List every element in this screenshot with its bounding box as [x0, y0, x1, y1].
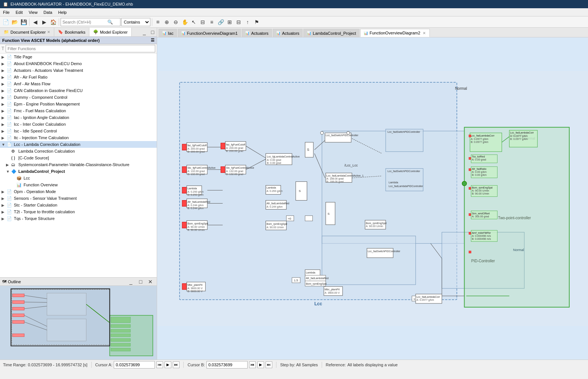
tree-item-lambda-correction[interactable]: ⚙ Lambda Correction Calculation — [0, 148, 157, 155]
cursor-b-prev-btn[interactable]: ⏮ — [249, 361, 256, 368]
tree-item-structure[interactable]: ▶ 🗂 Systemconstant-Parameter-Variable-Cl… — [0, 161, 157, 168]
panel-tab-model-explorer[interactable]: 🌳 Model Explorer — [89, 28, 132, 36]
tree-item-afr[interactable]: ▶ 📄 Afr - Air Fuel Ratio — [0, 74, 157, 80]
toolbar-new-btn[interactable]: 📄 — [1, 18, 10, 26]
outline-restore-btn[interactable]: □ — [137, 278, 145, 286]
function-view-menu-icon[interactable]: ☰ — [151, 38, 154, 43]
toolbar-filter-btn[interactable]: ≡ — [208, 18, 216, 26]
cursor-a-next-btn[interactable]: ⏭ — [173, 361, 180, 368]
tree-item-lcc-child[interactable]: 📦 Lcc — [0, 175, 157, 181]
svg-text:A: 0.293 g/km: A: 0.293 g/km — [267, 190, 283, 193]
svg-text:B: 90.00 U/min: B: 90.00 U/min — [472, 192, 489, 195]
menu-file[interactable]: File — [0, 9, 13, 15]
svg-rect-152 — [469, 251, 471, 253]
tree-item-about[interactable]: ▶ 📄 About EHANDBOOK FlexECU Demo — [0, 60, 157, 67]
toolbar-zoom-fit-btn[interactable]: ⊞ — [154, 18, 162, 26]
toolbar-cursor-btn[interactable]: ↑ — [244, 18, 252, 26]
menu-help[interactable]: Help — [55, 9, 70, 15]
item-label: Function Overview — [24, 183, 58, 187]
toolbar-back-btn[interactable]: ◀ — [31, 18, 39, 26]
tree-item-opm[interactable]: ▶ 📄 Opm - Operation Mode — [0, 188, 157, 195]
filter-input[interactable] — [6, 45, 155, 52]
cursor-a-prev-btn[interactable]: ⏮ — [156, 361, 163, 368]
tree-item-can[interactable]: ▶ 📄 CAN Calibration in Gasoline FlexECU — [0, 87, 157, 94]
doc-icon: 📄 — [7, 55, 13, 59]
tree-item-ccode[interactable]: { } [C-Code Source] — [0, 155, 157, 161]
doc-icon: 📄 — [7, 61, 13, 66]
tree-item-amf[interactable]: ▶ 📄 Amf - Air Mass Flow — [0, 80, 157, 87]
doc-icon: 📄 — [7, 82, 13, 86]
tree-item-fmc[interactable]: ▶ 📄 Fmc - Fuel Mass Calculation — [0, 107, 157, 114]
toolbar-layout-btn[interactable]: ⊟ — [199, 18, 207, 26]
toolbar-forward-btn[interactable]: ▶ — [40, 18, 48, 26]
menu-data[interactable]: Data — [40, 9, 55, 15]
toolbar-collapse-btn[interactable]: ⊟ — [235, 18, 243, 26]
tree-item-title-page[interactable]: ▶ 📄 Title Page — [0, 54, 157, 60]
tab-close-btn[interactable]: ✕ — [422, 31, 426, 35]
contains-dropdown[interactable]: Contains Starts with Exact — [121, 18, 150, 26]
tree-item-tqs[interactable]: ▶ 📄 Tqs - Torque Structure — [0, 215, 157, 222]
menu-view[interactable]: View — [26, 9, 41, 15]
tree-item-actuators[interactable]: ▶ 📄 Actuators - Actuators Value Treatmen… — [0, 67, 157, 74]
tree-item-lcc[interactable]: ▼ 📄 Lcc - Lambda Correction Calculation — [0, 141, 157, 148]
svg-rect-85 — [296, 181, 307, 200]
svg-rect-44 — [182, 187, 187, 193]
diagram-content[interactable]: Lcc Normal PID-Controller Two-point-cont… — [157, 37, 588, 360]
tree-item-dummy[interactable]: ▶ 📄 Dummy - Component Control — [0, 94, 157, 101]
tree-item-sensors[interactable]: ▶ 📄 Sensors - Sensor Value Treatment — [0, 195, 157, 202]
tab-iac[interactable]: 📊 Iac — [159, 29, 177, 37]
tab-actuators-2[interactable]: 📊 Actuators — [273, 29, 303, 37]
item-label: Lambda Correction Calculation — [18, 149, 75, 153]
expand-icon: ▶ — [1, 136, 7, 140]
svg-rect-30 — [322, 236, 416, 285]
panel-tab-document-explorer[interactable]: 📁 Document Explorer ✕ — [0, 28, 54, 36]
tree-item-iac[interactable]: ▶ 📄 Iac - Ignition Angle Calculation — [0, 114, 157, 121]
toolbar-expand-btn[interactable]: ⊞ — [226, 18, 234, 26]
toolbar-zoom-in-btn[interactable]: ⊕ — [163, 18, 171, 26]
tree-item-icc[interactable]: ▶ 📄 Icc - Inter Cooler Calculation — [0, 121, 157, 128]
toolbar-save-btn[interactable]: 💾 — [19, 18, 28, 26]
outline-minimize-btn[interactable]: _ — [127, 278, 135, 286]
diagram-panel[interactable]: 📊 Iac 📊 FunctionOverviewDiagram1 📊 Actua… — [157, 28, 588, 360]
cursor-b-play-btn[interactable]: ▶ — [257, 361, 264, 368]
svg-text:A: 0.00 grad: A: 0.00 grad — [267, 159, 281, 162]
time-range-value: 0.032573699 - 16.999574732 [s] — [28, 363, 88, 367]
cursor-a-play-btn[interactable]: ▶ — [165, 361, 171, 368]
tab-function-overview-1[interactable]: 📊 FunctionOverviewDiagram1 — [178, 29, 241, 37]
tab-lambda-project[interactable]: 📊 LambdaControl_Project — [303, 29, 359, 37]
search-input[interactable] — [62, 20, 107, 24]
panel-restore-btn[interactable]: □ — [148, 28, 157, 36]
tree-item-t2t[interactable]: ▶ 📄 T2t - Torque to throttle calculation — [0, 208, 157, 215]
tree-item-epm[interactable]: ▶ 📄 Epm - Engine Position Management — [0, 101, 157, 107]
cursor-b-next-btn[interactable]: ⏭ — [266, 361, 272, 368]
cursor-b-input[interactable] — [206, 361, 248, 369]
tree-item-lambda-project[interactable]: ▼ 🔷 LambdaControl_Project — [0, 168, 157, 175]
tree-item-function-overview[interactable]: 📊 Function Overview — [0, 181, 157, 188]
toolbar-open-btn[interactable]: 📂 — [10, 18, 19, 26]
toolbar-select-btn[interactable]: ↖ — [190, 18, 198, 26]
doc-icon: 📄 — [7, 102, 13, 107]
toolbar-zoom-out-btn[interactable]: ⊖ — [172, 18, 180, 26]
tab-function-overview-2[interactable]: 📊 FunctionOverviewDiagram2 ✕ — [360, 29, 430, 37]
expand-icon: ▶ — [1, 129, 7, 133]
menu-edit[interactable]: Edit — [13, 9, 26, 15]
svg-text:A: 0.0977 g/km: A: 0.0977 g/km — [510, 135, 528, 138]
panel-tab-bookmarks[interactable]: 🔖 Bookmarks — [54, 28, 89, 36]
tree-item-itc[interactable]: ▶ 📄 Itc - Injection Time Calculation — [0, 134, 157, 141]
toolbar-marker-btn[interactable]: ⚑ — [252, 18, 261, 26]
toolbar-link-btn[interactable]: 🔗 — [217, 18, 225, 26]
outline-close-btn[interactable]: ✕ — [146, 278, 154, 286]
tab-icon: 📊 — [162, 31, 166, 35]
tab-label: FunctionOverviewDiagram1 — [187, 31, 238, 36]
toolbar-pan-btn[interactable]: ✋ — [181, 18, 189, 26]
toolbar-home-btn[interactable]: 🏠 — [49, 18, 57, 26]
tree-item-isc[interactable]: ▶ 📄 Isc - Idle Speed Control — [0, 128, 157, 134]
panel-minimize-btn[interactable]: _ — [140, 28, 148, 36]
cursor-a-input[interactable] — [114, 361, 155, 369]
document-explorer-close[interactable]: ✕ — [47, 30, 50, 34]
tree-item-stc[interactable]: ▶ 📄 Stc - Starter Calculation — [0, 202, 157, 208]
cursor-a-section: Cursor A: ⏮ ▶ ⏭ — [95, 361, 180, 369]
svg-text:A: 200.00 grad: A: 200.00 grad — [187, 147, 205, 150]
tab-actuators-1[interactable]: 📊 Actuators — [242, 29, 272, 37]
svg-rect-24 — [111, 348, 130, 351]
